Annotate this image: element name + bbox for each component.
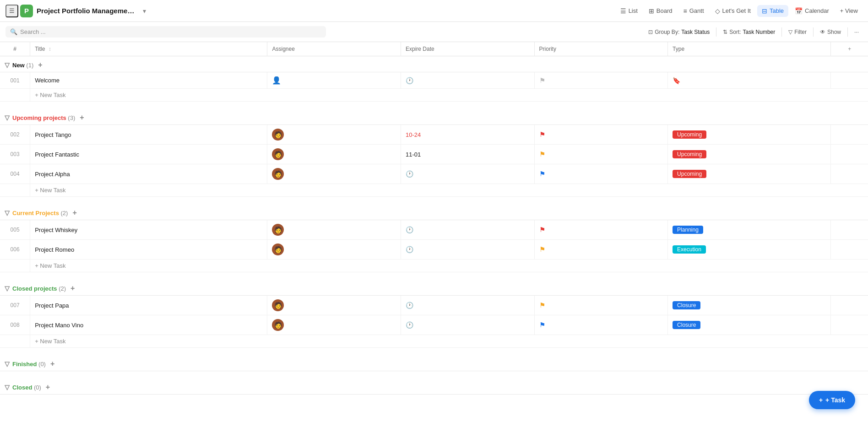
new-task-row[interactable]: + New Task [0,335,868,348]
new-task-row[interactable]: + New Task [0,260,868,272]
task-title[interactable]: Project Romeo [30,240,267,260]
task-priority[interactable]: ⚑ [534,72,668,89]
nav-list-button[interactable]: ☰ List [616,5,642,17]
task-number: 002 [0,125,30,145]
add-task-fab[interactable]: + + Task [809,391,855,409]
task-expire-date[interactable]: 🕐 [401,164,535,184]
task-assignee[interactable]: 🧑 [267,220,401,240]
task-assignee[interactable]: 🧑 [267,145,401,164]
task-type[interactable]: Upcoming [668,164,831,184]
task-assignee[interactable]: 🧑 [267,125,401,145]
task-priority[interactable]: ⚑ [534,125,668,145]
task-assignee[interactable]: 🧑 [267,240,401,260]
new-task-label[interactable]: + New Task [30,260,868,272]
task-priority[interactable]: ⚑ [534,164,668,184]
group-header-row: ▽ Finished (0) + [0,355,868,371]
group-toggle-upcoming-projects[interactable]: ▽ [5,114,10,121]
add-col-icon[interactable]: + [848,46,851,52]
toolbar-right: ⊡ Group By: Task Status ⇅ Sort: Task Num… [645,27,863,38]
task-assignee[interactable]: 🧑 [267,164,401,184]
task-priority[interactable]: ⚑ [534,296,668,315]
group-toggle-current-projects[interactable]: ▽ [5,209,10,216]
new-task-label[interactable]: + New Task [30,335,868,348]
task-title[interactable]: Project Alpha [30,164,267,184]
more-button[interactable]: ··· [851,27,863,38]
group-add-current-projects[interactable]: + [72,209,76,217]
task-expire-date[interactable]: 🕐 [401,240,535,260]
task-type[interactable]: Closure [668,315,831,335]
task-expire-date[interactable]: 🕐 [401,220,535,240]
task-expire-date[interactable]: 🕐 [401,72,535,89]
table-row[interactable]: 003 Project Fantastic 🧑 11-01 ⚑ Upcoming [0,145,868,164]
task-priority[interactable]: ⚑ [534,315,668,335]
sort-button[interactable]: ⇅ Sort: Task Number [719,27,779,38]
type-badge: Planning [673,226,703,234]
task-title[interactable]: Project Fantastic [30,145,267,164]
group-spacer-row [0,272,868,280]
task-assignee[interactable]: 👤 [267,72,401,89]
group-add-finished[interactable]: + [50,360,54,368]
group-toggle-finished[interactable]: ▽ [5,360,10,368]
group-add-new[interactable]: + [38,61,42,69]
group-by-button[interactable]: ⊡ Group By: Task Status [645,27,713,38]
task-priority[interactable]: ⚑ [534,145,668,164]
nav-calendar-button[interactable]: 📅 Calendar [790,5,834,17]
group-toggle-new[interactable]: ▽ [5,61,10,69]
task-type[interactable]: Upcoming [668,125,831,145]
nav-collapse-button[interactable]: ☰ [5,5,18,17]
task-number: 001 [0,72,30,89]
group-toggle-closed-projects[interactable]: ▽ [5,285,10,292]
search-icon: 🔍 [10,28,17,35]
task-expire-date[interactable]: 🕐 [401,296,535,315]
task-type[interactable]: Closure [668,296,831,315]
flag-icon: ⚑ [539,76,545,84]
new-task-row[interactable]: + New Task [0,89,868,102]
nav-table-button[interactable]: ⊟ Table [757,5,788,17]
task-expire-date[interactable]: 🕐 [401,315,535,335]
task-title[interactable]: Welcome [30,72,267,89]
new-task-number [0,335,30,348]
table-row[interactable]: 005 Project Whiskey 🧑 🕐 ⚑ Planning [0,220,868,240]
flag-icon: ⚑ [539,301,545,309]
search-box[interactable]: 🔍 Search ... [5,26,326,38]
task-assignee[interactable]: 🧑 [267,315,401,335]
nav-letsgetit-button[interactable]: ◇ Let's Get It [711,5,755,17]
group-toggle-closed[interactable]: ▽ [5,384,10,391]
task-priority[interactable]: ⚑ [534,220,668,240]
new-task-label[interactable]: + New Task [30,89,868,102]
task-priority[interactable]: ⚑ [534,240,668,260]
task-title[interactable]: Project Tango [30,125,267,145]
nav-addview-button[interactable]: + View [835,5,863,16]
filter-button[interactable]: ▽ Filter [785,27,810,38]
table-row[interactable]: 001 Welcome 👤 🕐 ⚑ 🔖 [0,72,868,89]
group-add-closed[interactable]: + [46,383,50,391]
new-task-row[interactable]: + New Task [0,184,868,197]
nav-board-button[interactable]: ⊞ Board [644,5,677,17]
show-button[interactable]: 👁 Show [816,27,845,38]
task-title[interactable]: Project Mano Vino [30,315,267,335]
task-title[interactable]: Project Whiskey [30,220,267,240]
nav-gantt-button[interactable]: ≡ Gantt [679,5,709,17]
task-assignee[interactable]: 🧑 [267,296,401,315]
table-row[interactable]: 006 Project Romeo 🧑 🕐 ⚑ Execution [0,240,868,260]
group-by-value: Task Status [681,29,710,35]
table-row[interactable]: 002 Project Tango 🧑 10-24 ⚑ Upcoming [0,125,868,145]
task-add-col [831,296,868,315]
app-dropdown-icon[interactable]: ▾ [139,6,149,16]
col-header-title: Title ↕ [30,42,267,56]
task-type[interactable]: Planning [668,220,831,240]
task-type[interactable]: 🔖 [668,72,831,89]
task-expire-date[interactable]: 10-24 [401,125,535,145]
flag-icon: ⚑ [539,130,545,138]
table-row[interactable]: 007 Project Papa 🧑 🕐 ⚑ Closure [0,296,868,315]
col-header-add[interactable]: + [831,42,868,56]
group-add-upcoming-projects[interactable]: + [80,114,84,122]
task-expire-date[interactable]: 11-01 [401,145,535,164]
table-row[interactable]: 008 Project Mano Vino 🧑 🕐 ⚑ Closure [0,315,868,335]
task-title[interactable]: Project Papa [30,296,267,315]
group-add-closed-projects[interactable]: + [71,284,75,292]
new-task-label[interactable]: + New Task [30,184,868,197]
task-type[interactable]: Execution [668,240,831,260]
table-row[interactable]: 004 Project Alpha 🧑 🕐 ⚑ Upcoming [0,164,868,184]
task-type[interactable]: Upcoming [668,145,831,164]
